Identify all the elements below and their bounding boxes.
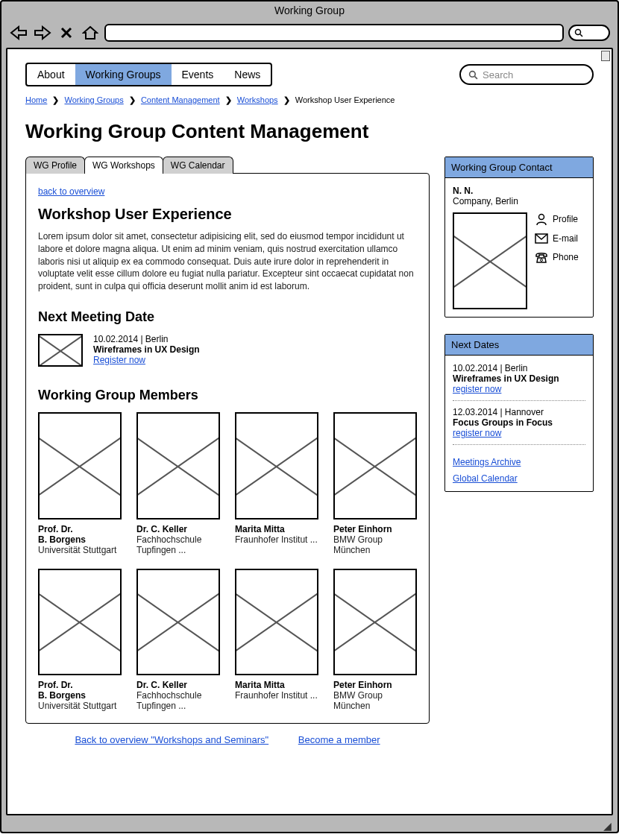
forward-icon[interactable] [33,25,52,41]
svg-point-0 [576,30,581,35]
page-viewport: About Working Groups Events News Search … [6,48,613,815]
members-grid: Prof. Dr.B. BorgensUniversität Stuttgart… [38,412,417,711]
date-location: 10.02.2014 | Berlin [453,363,585,373]
member-portrait [333,569,417,676]
contact-panel: Working Group Contact N. N. Company, Ber… [444,157,594,318]
contact-name: N. N. [453,186,585,196]
nav-news[interactable]: News [224,64,271,85]
member-org: BMW Group München [333,534,417,555]
member-portrait [136,412,220,520]
meeting-thumbnail [38,334,83,367]
contact-profile-link[interactable]: Profile [535,212,579,226]
contact-email-link[interactable]: E-mail [535,233,579,244]
contact-phone-link[interactable]: Phone [535,251,579,263]
member-org: Universität Stuttgart [38,545,122,555]
nav-about[interactable]: About [27,64,75,85]
back-to-overview-link[interactable]: back to overview [38,186,104,197]
member-name: Peter Einhorn [333,680,417,690]
resize-grip-icon[interactable]: ◢ [1,820,618,832]
stop-icon[interactable] [57,25,76,41]
footer-become-member[interactable]: Become a member [298,734,380,745]
date-register-link[interactable]: register now [453,428,501,438]
member-name: Prof. Dr.B. Borgens [38,524,122,545]
member-card: Marita MittaFraunhofer Institut ... [235,569,318,712]
breadcrumb-current: Workshop User Experience [295,95,395,104]
search-placeholder: Search [483,69,513,80]
browser-window: Working Group About Working Groups Event… [0,0,619,833]
member-card: Marita MittaFraunhofer Institut ... [235,412,318,555]
member-card: Peter EinhornBMW Group München [333,569,417,712]
workshop-title: Workshop User Experience [38,206,417,223]
svg-point-6 [541,259,543,262]
member-name: Marita Mitta [235,680,318,690]
member-org: Fachhochschule Tupfingen ... [136,534,220,555]
date-title: Focus Groups in Focus [453,417,585,428]
phone-icon [535,251,548,263]
global-calendar-link[interactable]: Global Calendar [453,473,518,484]
meeting-title: Wireframes in UX Design [93,344,200,355]
next-meeting: 10.02.2014 | Berlin Wireframes in UX Des… [38,334,417,367]
browser-search[interactable] [568,25,610,41]
browser-title: Working Group [1,1,618,19]
tab-wg-workshops[interactable]: WG Workshops [84,157,163,174]
meeting-date-location: 10.02.2014 | Berlin [93,334,200,344]
next-dates-panel: Next Dates 10.02.2014 | BerlinWireframes… [444,334,594,492]
next-date-item: 10.02.2014 | BerlinWireframes in UX Desi… [453,363,585,401]
chevron-right-icon: ❯ [283,95,290,104]
date-title: Wireframes in UX Design [453,373,585,384]
member-org: Fraunhofer Institut ... [235,690,318,701]
member-name: Peter Einhorn [333,524,417,534]
member-name: Prof. Dr.B. Borgens [38,680,122,701]
date-location: 12.03.2014 | Hannover [453,407,585,417]
member-card: Dr. C. KellerFachhochschule Tupfingen ..… [136,412,220,555]
register-link[interactable]: Register now [93,355,145,365]
meetings-archive-link[interactable]: Meetings Archive [453,457,521,467]
breadcrumb-content-management[interactable]: Content Management [141,95,220,104]
breadcrumb: Home ❯ Working Groups ❯ Content Manageme… [25,95,594,105]
url-bar[interactable] [104,24,564,42]
contact-panel-heading: Working Group Contact [445,157,593,178]
main-nav: About Working Groups Events News [25,63,272,86]
member-name: Marita Mitta [235,524,318,534]
tab-wg-calendar[interactable]: WG Calendar [163,157,233,174]
nav-events[interactable]: Events [172,64,224,85]
search-input[interactable]: Search [459,64,594,85]
svg-line-1 [580,34,582,37]
footer-links: Back to overview "Workshops and Seminars… [25,734,430,745]
member-portrait [38,412,122,520]
member-org: BMW Group München [333,690,417,711]
back-icon[interactable] [9,25,28,41]
home-icon[interactable] [81,25,100,41]
member-org: Universität Stuttgart [38,701,122,711]
tab-wg-profile[interactable]: WG Profile [25,157,85,174]
breadcrumb-home[interactable]: Home [25,95,47,104]
chevron-right-icon: ❯ [225,95,232,104]
contact-company: Company, Berlin [453,196,585,206]
member-name: Dr. C. Keller [136,680,220,690]
member-portrait [333,412,417,520]
next-date-item: 12.03.2014 | HannoverFocus Groups in Foc… [453,407,585,445]
tab-bar: WG Profile WG Workshops WG Calendar [25,157,430,174]
footer-back-overview[interactable]: Back to overview "Workshops and Seminars… [75,734,268,745]
tab-panel: back to overview Workshop User Experienc… [25,173,430,724]
breadcrumb-working-groups[interactable]: Working Groups [64,95,123,104]
member-card: Prof. Dr.B. BorgensUniversität Stuttgart [38,412,122,555]
scrollbar[interactable] [601,51,610,61]
workshop-description: Lorem ipsum dolor sit amet, consectetur … [38,230,417,293]
member-portrait [136,569,220,676]
member-org: Fachhochschule Tupfingen ... [136,690,220,711]
member-name: Dr. C. Keller [136,524,220,534]
date-register-link[interactable]: register now [453,384,501,394]
nav-working-groups[interactable]: Working Groups [75,64,172,85]
breadcrumb-workshops[interactable]: Workshops [237,95,278,104]
search-icon [468,70,478,80]
page-title: Working Group Content Management [25,120,594,143]
svg-point-4 [539,215,544,220]
chevron-right-icon: ❯ [52,95,59,104]
member-portrait [235,412,318,520]
next-meeting-heading: Next Meeting Date [38,309,417,325]
member-portrait [235,569,318,676]
browser-toolbar [1,19,618,46]
member-org: Fraunhofer Institut ... [235,534,318,545]
member-portrait [38,569,122,676]
